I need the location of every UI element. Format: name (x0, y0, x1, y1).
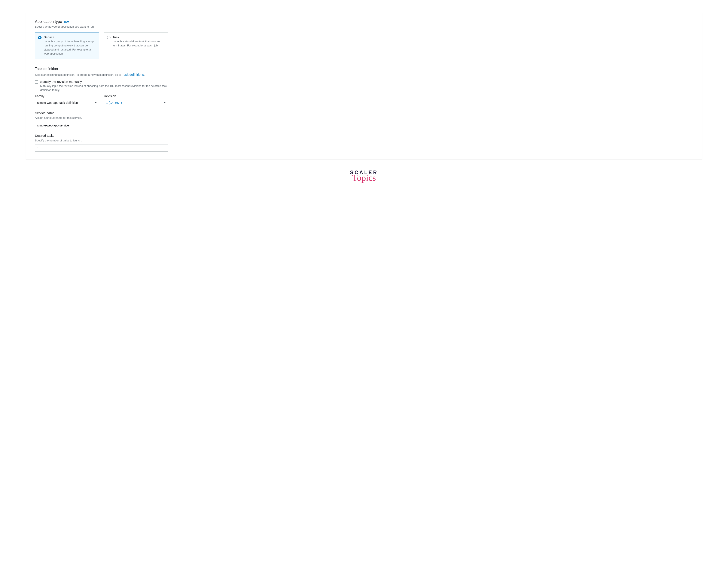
family-label: Family (35, 94, 99, 98)
task-definitions-link[interactable]: Task definitions (122, 73, 144, 76)
application-type-options: Service Launch a group of tasks handling… (35, 32, 693, 59)
revision-select[interactable]: 1 (LATEST) (104, 99, 168, 106)
deployment-config-panel: Application type Info Specify what type … (26, 13, 702, 159)
specify-revision-checkbox[interactable] (35, 80, 38, 84)
task-definition-desc-suffix: . (144, 73, 145, 76)
brand-logo: SCALER Topics (26, 170, 702, 182)
revision-select-value: 1 (LATEST) (106, 101, 122, 104)
task-definition-desc: Select an existing task definition. To c… (35, 72, 693, 77)
specify-revision-desc: Manually input the revision instead of c… (40, 84, 177, 92)
brand-line2: Topics (26, 173, 702, 182)
radio-service-desc: Launch a group of tasks handling a long-… (44, 39, 96, 56)
radio-task-desc: Launch a standalone task that runs and t… (112, 39, 165, 48)
revision-label: Revision (104, 94, 168, 98)
family-select[interactable]: simple-web-app-task-definition (35, 99, 99, 106)
application-type-desc: Specify what type of application you wan… (35, 25, 693, 29)
specify-revision-label: Specify the revision manually (40, 80, 177, 83)
radio-card-task[interactable]: Task Launch a standalone task that runs … (104, 32, 168, 59)
desired-tasks-label: Desired tasks (35, 134, 693, 137)
radio-icon (107, 36, 110, 39)
chevron-down-icon (163, 102, 166, 103)
task-definition-title: Task definition (35, 67, 693, 71)
application-type-title: Application type (35, 20, 62, 24)
desired-tasks-desc: Specify the number of tasks to launch. (35, 139, 693, 142)
radio-card-service[interactable]: Service Launch a group of tasks handling… (35, 32, 99, 59)
radio-service-title: Service (44, 35, 96, 39)
service-name-desc: Assign a unique name for this service. (35, 116, 693, 120)
desired-tasks-input[interactable] (35, 144, 168, 152)
service-name-input[interactable] (35, 122, 168, 129)
service-name-label: Service name (35, 111, 693, 115)
info-link[interactable]: Info (64, 20, 69, 24)
chevron-down-icon (95, 102, 97, 103)
task-definition-desc-prefix: Select an existing task definition. To c… (35, 73, 122, 76)
family-select-value: simple-web-app-task-definition (37, 101, 78, 104)
radio-task-title: Task (112, 35, 165, 39)
radio-icon (38, 36, 42, 39)
